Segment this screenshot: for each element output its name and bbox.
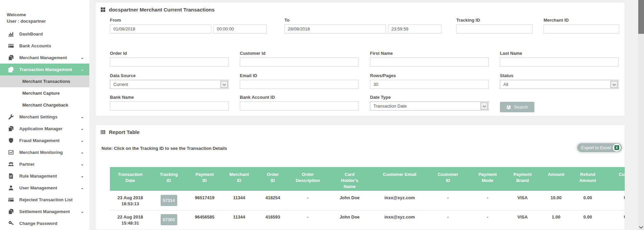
rows-pages-input[interactable] — [370, 80, 489, 89]
column-header-transaction-date: Transaction Date — [110, 167, 151, 191]
bank-name-input[interactable] — [110, 101, 229, 111]
status-label: Status — [500, 73, 619, 78]
tracking-id-button[interactable]: 57300 — [161, 214, 177, 225]
column-header-order-description: Order Description — [290, 167, 326, 191]
report-panel: Report Table Note: Click on the Tracking… — [95, 124, 625, 230]
sidebar-item-user-management[interactable]: User Management — [0, 182, 89, 194]
cell-order-id: 416593 — [256, 211, 290, 230]
sidebar-item-label: Bank Accounts — [19, 43, 51, 48]
sidebar-subitem-merchant-transactions[interactable]: Merchant Transactions — [0, 75, 89, 87]
column-header-customer-email: Customer Email — [373, 167, 426, 191]
sidebar-subitem-label: Merchant Capture — [22, 91, 60, 96]
sidebar-item-rejected-transaction-list[interactable]: Rejected Transaction List — [0, 194, 89, 206]
date-type-field-group: Date Type Transaction Date — [370, 95, 489, 111]
from-time-input[interactable] — [213, 24, 267, 33]
customer-id-label: Customer Id — [240, 51, 359, 56]
files-icon — [8, 55, 14, 61]
tracking-id-input[interactable] — [456, 24, 533, 33]
search-button[interactable]: Search — [500, 102, 534, 112]
line-chart-icon — [8, 150, 14, 155]
sidebar-item-bank-accounts[interactable]: Bank Accounts — [0, 40, 89, 52]
shield-icon — [8, 138, 14, 143]
sidebar-item-dashboard[interactable]: DashBoard — [0, 28, 89, 40]
page: Welcome User : docspartner DashBoard Ban… — [0, 0, 644, 230]
rows-pages-label: Rows/Pages — [370, 73, 489, 78]
sidebar-item-label: DashBoard — [19, 31, 43, 37]
from-date-input[interactable] — [110, 24, 211, 33]
chevron-down-icon — [221, 81, 228, 88]
email-id-label: Email ID — [240, 73, 359, 78]
cell-refund-amount: 0.00 — [572, 211, 603, 230]
cell-tracking-id: 57300 — [151, 211, 187, 230]
cell-payment-id: 96456585 — [187, 211, 222, 230]
cell-payment-brand: VISA — [505, 211, 540, 230]
scrollbar-thumb[interactable] — [638, 0, 644, 34]
sidebar-item-fraud-management[interactable]: Fraud Management — [0, 135, 89, 146]
from-label: From — [110, 18, 267, 23]
sidebar-item-merchant-management[interactable]: Merchant Management — [0, 52, 89, 64]
vertical-scrollbar[interactable] — [638, 0, 644, 230]
caret-down-icon — [80, 56, 84, 60]
email-id-input[interactable] — [240, 80, 359, 89]
bank-account-id-field-group: Bank Account ID — [240, 95, 359, 111]
tracking-id-button[interactable]: 57314 — [161, 195, 177, 206]
sidebar-item-merchant-monitoring[interactable]: Merchant Monitoring — [0, 146, 89, 158]
save-icon — [506, 105, 511, 110]
order-id-input[interactable] — [110, 58, 229, 67]
merchant-id-input[interactable] — [544, 24, 619, 33]
sidebar-subitem-merchant-capture[interactable]: Merchant Capture — [0, 87, 89, 99]
users-icon — [8, 161, 14, 167]
chevron-down-icon — [611, 81, 618, 88]
table-icon — [100, 130, 106, 135]
export-to-excel-button[interactable]: Export to Excel — [576, 142, 623, 153]
column-header-card-holders-name: Card Holder's Name — [326, 167, 373, 191]
customer-id-input[interactable] — [240, 58, 359, 67]
to-time-input[interactable] — [388, 24, 441, 33]
sidebar-item-label: Merchant Settings — [19, 114, 58, 119]
column-header-refund-amount: Refund Amount — [572, 167, 603, 191]
sidebar-item-label: Merchant Management — [19, 55, 67, 60]
sidebar-item-change-password[interactable]: Change Password — [0, 217, 89, 229]
last-name-input[interactable] — [500, 58, 619, 67]
data-source-label: Data Source — [110, 73, 229, 78]
tracking-id-field-group: Tracking ID — [456, 18, 533, 33]
sidebar-item-partner[interactable]: Partner — [0, 158, 89, 170]
first-name-input[interactable] — [370, 58, 489, 67]
column-header-amount: Amount — [540, 167, 572, 191]
welcome-text: Welcome User : docspartner — [0, 0, 89, 24]
status-field-group: Status All — [500, 73, 619, 89]
from-field-group: From — [110, 18, 267, 33]
files-icon — [8, 209, 14, 214]
sidebar-item-label: Rule Management — [19, 174, 57, 179]
caret-down-icon — [80, 175, 84, 178]
sidebar-item-settlement-management[interactable]: Settlement Management — [0, 206, 89, 217]
bank-account-id-input[interactable] — [240, 101, 359, 111]
data-source-select[interactable]: Current — [110, 80, 229, 89]
first-name-field-group: First Name — [370, 51, 489, 67]
column-header-merchant-id: Merchant ID — [222, 167, 256, 191]
caret-down-icon — [80, 127, 84, 131]
date-type-select[interactable]: Transaction Date — [370, 101, 489, 111]
sidebar-subitem-merchant-chargeback[interactable]: Merchant Chargeback — [0, 99, 89, 111]
date-type-label: Date Type — [370, 95, 489, 100]
cell-customer-id: - — [426, 211, 470, 230]
to-date-input[interactable] — [284, 24, 386, 33]
welcome-user: User : docspartner — [7, 18, 89, 24]
order-id-field-group: Order Id — [110, 51, 229, 67]
tracking-id-note: Note: Click on the Tracking ID to see th… — [101, 146, 227, 151]
sidebar-item-label: Fraud Management — [19, 138, 60, 143]
sidebar-item-transaction-management[interactable]: Transaction Management — [0, 64, 89, 75]
report-title-text: Report Table — [109, 129, 140, 135]
wrench-icon — [8, 114, 14, 120]
email-id-field-group: Email ID — [240, 73, 359, 89]
sidebar-item-application-manager[interactable]: Application Manager — [0, 123, 89, 135]
scroll-down-arrow-icon[interactable] — [639, 225, 643, 229]
sidebar-item-merchant-settings[interactable]: Merchant Settings — [0, 111, 89, 123]
cell-currency: USD — [603, 191, 625, 211]
sidebar-item-label: Rejected Transaction List — [19, 197, 73, 202]
cell-card-holder-name: John Doe — [326, 191, 373, 211]
cell-order-id: 418254 — [256, 191, 290, 211]
status-select[interactable]: All — [500, 80, 619, 89]
sidebar-item-rule-management[interactable]: Rule Management — [0, 170, 89, 182]
table-row: 23 Aug 2018 16:53:13 57314 96517419 1134… — [110, 191, 625, 211]
